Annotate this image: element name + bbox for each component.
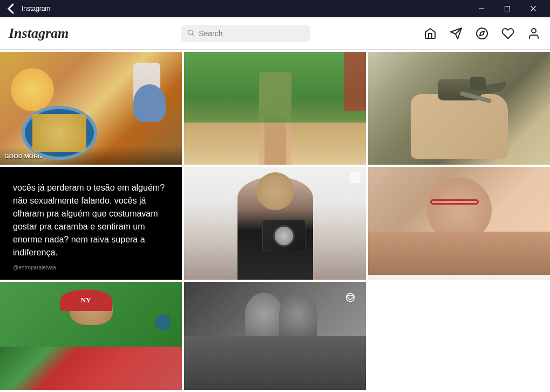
list-item[interactable]: ❤ 312 💬 14 [184,52,366,165]
minimize-button[interactable] [469,0,494,17]
instagram-logo[interactable]: Instagram [9,25,69,42]
window-controls [469,0,546,17]
top-navigation: Instagram [0,17,550,50]
titlebar-title: Instagram [22,5,465,12]
svg-line-5 [192,34,193,35]
heart-icon[interactable] [500,26,515,41]
search-input[interactable] [199,29,304,38]
posts-grid: GOOD MORN ❤ 142 💬 8 ❤ 312 💬 14 [0,50,550,392]
titlebar: Instagram [0,0,550,17]
list-item[interactable]: ❤ 4.8K 💬 102 [184,167,366,280]
svg-point-8 [477,28,487,39]
send-icon[interactable] [449,26,464,41]
nav-icons [423,26,541,41]
list-item[interactable]: vocês já perderam o tesão em alguém? não… [0,167,182,280]
search-box[interactable] [181,25,310,42]
maximize-button[interactable] [495,0,520,17]
svg-marker-9 [480,31,484,35]
svg-rect-1 [505,6,510,11]
explore-icon[interactable] [474,26,490,41]
list-item[interactable]: ❤ 89 💬 5 [368,52,550,165]
profile-icon[interactable] [526,26,541,41]
home-icon[interactable] [423,26,438,41]
list-item[interactable]: ❤ 723 💬 29 [184,282,366,390]
search-wrapper [75,25,416,42]
close-button[interactable] [521,0,546,17]
svg-point-10 [532,29,536,33]
list-item[interactable]: NY ❤ 198 💬 11 [0,282,182,390]
back-button[interactable] [4,2,17,15]
list-item[interactable]: ❤ 56 💬 3 [368,167,550,280]
svg-rect-0 [479,9,484,9]
list-item[interactable]: GOOD MORN ❤ 142 💬 8 [0,52,182,165]
search-icon [187,29,194,38]
